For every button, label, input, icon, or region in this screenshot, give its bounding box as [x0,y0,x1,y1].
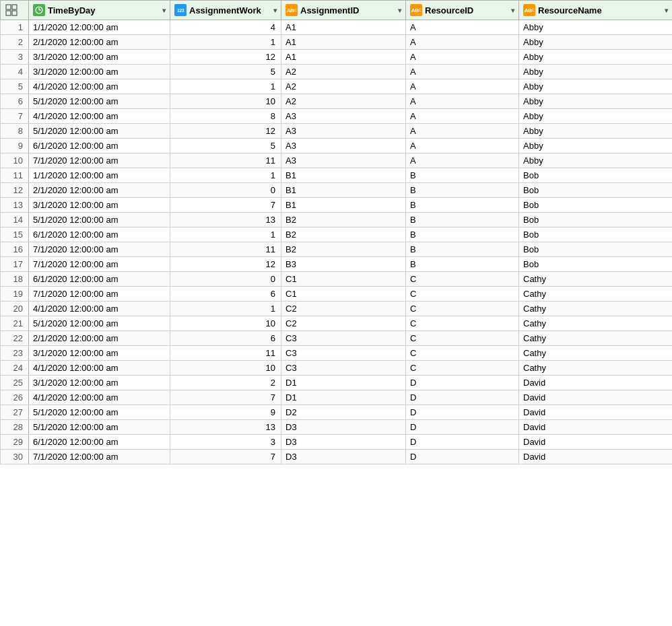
row-number: 21 [1,316,29,331]
row-number: 27 [1,405,29,420]
cell-timeByDay: 5/1/2020 12:00:00 am [29,94,170,109]
cell-assignmentWork: 12 [170,50,281,65]
table-row: 85/1/2020 12:00:00 am12A3AAbby [1,124,673,139]
cell-assignmentID: C1 [281,287,406,302]
cell-assignmentWork: 10 [170,361,281,376]
cell-resourceName: Abby [519,139,673,153]
cell-resourceID: A [406,124,519,139]
cell-resourceName: Cathy [519,346,673,361]
cell-assignmentWork: 6 [170,287,281,302]
cell-resourceID: D [406,376,519,390]
cell-timeByDay: 7/1/2020 12:00:00 am [29,242,170,257]
table-row: 264/1/2020 12:00:00 am7D1DDavid [1,390,673,405]
cell-assignmentID: D3 [281,450,406,464]
resourceName-dropdown-icon[interactable]: ▾ [665,7,668,14]
timeByDay-dropdown-icon[interactable]: ▾ [162,7,166,14]
cell-assignmentID: A2 [281,65,406,79]
cell-resourceID: A [406,50,519,65]
cell-resourceID: A [406,35,519,50]
cell-resourceName: Bob [519,242,673,257]
assignmentWork-dropdown-icon[interactable]: ▾ [273,7,277,14]
cell-timeByDay: 4/1/2020 12:00:00 am [29,361,170,376]
header-timeByDay[interactable]: TimeByDay ▾ [29,1,170,20]
cell-resourceName: Bob [519,257,673,272]
cell-resourceName: David [519,420,673,435]
cell-assignmentWork: 13 [170,420,281,435]
cell-timeByDay: 3/1/2020 12:00:00 am [29,346,170,361]
resourceID-dropdown-icon[interactable]: ▾ [511,7,514,14]
table-row: 253/1/2020 12:00:00 am2D1DDavid [1,376,673,390]
table-row: 111/1/2020 12:00:00 am1B1BBob [1,168,673,183]
cell-resourceName: Abby [519,79,673,94]
cell-assignmentID: C3 [281,331,406,346]
cell-assignmentWork: 4 [170,20,281,35]
cell-assignmentID: A3 [281,139,406,153]
svg-rect-2 [6,11,11,15]
cell-resourceName: Abby [519,94,673,109]
row-number: 29 [1,435,29,450]
cell-assignmentWork: 0 [170,183,281,198]
cell-assignmentID: A3 [281,109,406,124]
header-assignmentWork-label: AssignmentWork [189,5,261,15]
header-row: TimeByDay ▾ 123 AssignmentWork ▾ ABC Ass… [1,1,673,20]
row-number: 16 [1,242,29,257]
cell-resourceID: D [406,420,519,435]
cell-resourceName: Cathy [519,287,673,302]
cell-timeByDay: 7/1/2020 12:00:00 am [29,450,170,464]
cell-resourceName: Abby [519,20,673,35]
text-type-icon-2: ABC [410,4,422,16]
cell-resourceID: B [406,257,519,272]
cell-assignmentID: B2 [281,213,406,228]
cell-assignmentWork: 11 [170,346,281,361]
cell-assignmentID: B2 [281,242,406,257]
cell-resourceID: D [406,390,519,405]
row-number: 14 [1,213,29,228]
table-row: 197/1/2020 12:00:00 am6C1CCathy [1,287,673,302]
cell-resourceName: Cathy [519,272,673,287]
datetime-type-icon [33,4,45,16]
header-resourceName[interactable]: ABC ResourceName ▾ [519,1,673,20]
cell-assignmentID: C2 [281,302,406,316]
table-row: 275/1/2020 12:00:00 am9D2DDavid [1,405,673,420]
cell-resourceName: Bob [519,168,673,183]
cell-assignmentWork: 5 [170,65,281,79]
cell-resourceID: B [406,183,519,198]
cell-assignmentWork: 3 [170,435,281,450]
cell-timeByDay: 5/1/2020 12:00:00 am [29,405,170,420]
cell-assignmentID: B2 [281,228,406,242]
cell-resourceID: A [406,153,519,168]
table-row: 307/1/2020 12:00:00 am7D3DDavid [1,450,673,464]
cell-resourceName: David [519,450,673,464]
header-assignmentWork[interactable]: 123 AssignmentWork ▾ [170,1,281,20]
header-assignmentID[interactable]: ABC AssignmentID ▾ [281,1,406,20]
cell-timeByDay: 6/1/2020 12:00:00 am [29,435,170,450]
cell-assignmentID: A1 [281,50,406,65]
cell-resourceID: A [406,65,519,79]
table-row: 107/1/2020 12:00:00 am11A3AAbby [1,153,673,168]
cell-resourceName: Bob [519,198,673,213]
header-resourceID[interactable]: ABC ResourceID ▾ [406,1,519,20]
cell-timeByDay: 4/1/2020 12:00:00 am [29,390,170,405]
table-row: 285/1/2020 12:00:00 am13D3DDavid [1,420,673,435]
cell-assignmentID: B1 [281,198,406,213]
cell-assignmentWork: 7 [170,450,281,464]
cell-timeByDay: 4/1/2020 12:00:00 am [29,109,170,124]
cell-timeByDay: 6/1/2020 12:00:00 am [29,139,170,153]
cell-resourceID: C [406,316,519,331]
table-row: 65/1/2020 12:00:00 am10A2AAbby [1,94,673,109]
row-number: 24 [1,361,29,376]
cell-assignmentID: B1 [281,168,406,183]
table-icon [5,3,18,17]
row-number: 13 [1,198,29,213]
cell-timeByDay: 7/1/2020 12:00:00 am [29,287,170,302]
cell-resourceName: Bob [519,213,673,228]
table-row: 122/1/2020 12:00:00 am0B1BBob [1,183,673,198]
cell-resourceName: David [519,405,673,420]
row-number: 26 [1,390,29,405]
cell-timeByDay: 1/1/2020 12:00:00 am [29,20,170,35]
header-resourceID-label: ResourceID [425,5,473,15]
cell-resourceName: David [519,435,673,450]
cell-resourceName: David [519,390,673,405]
assignmentID-dropdown-icon[interactable]: ▾ [398,7,401,14]
cell-assignmentID: D3 [281,420,406,435]
